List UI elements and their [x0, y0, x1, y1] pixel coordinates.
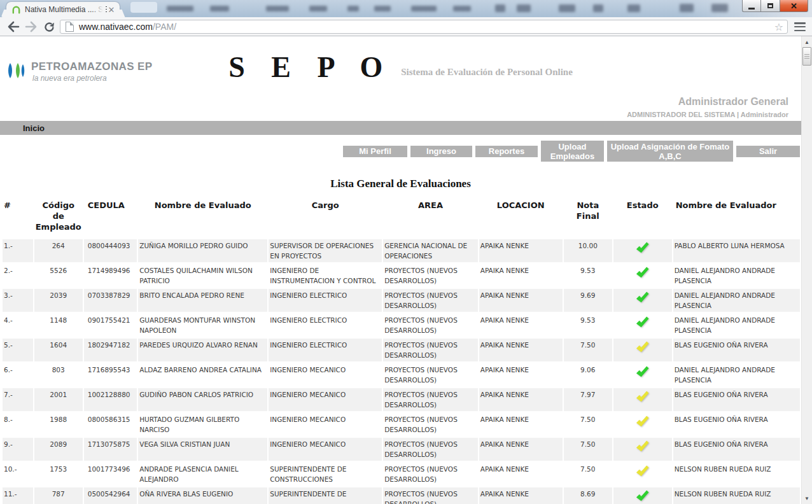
browser-menu-button[interactable]: [794, 22, 806, 32]
table-row: 5.-16041802947182PAREDES URQUIZO ALVARO …: [3, 339, 800, 361]
menu-button-ingreso[interactable]: Ingreso: [410, 146, 472, 157]
bookmark-star-icon[interactable]: ☆: [774, 21, 783, 33]
browser-window: Nativa Multimedia .... SEP ✕ ✕: [0, 0, 812, 504]
column-header-cargo: Cargo: [269, 199, 382, 237]
background-window-blur: [593, 4, 603, 12]
cell-cedula: 1802947182: [84, 339, 137, 361]
maximize-button[interactable]: [760, 0, 780, 12]
cell-codigo: 1753: [34, 463, 83, 486]
menu-button-upload-asignacion-formato[interactable]: Upload Asignación de Fomato A,B,C: [607, 141, 733, 162]
cell-num: 6.-: [3, 363, 33, 386]
cell-cargo: INGENIERO MECANICO: [269, 388, 382, 411]
cell-num: 9.-: [3, 438, 33, 461]
cell-area: PROYECTOS (NUEVOS DESARROLLOS): [383, 314, 478, 337]
scrollbar-down-arrow[interactable]: ▼: [802, 493, 812, 503]
cell-cargo: INGENIERO ELECTRICO: [269, 339, 382, 361]
cell-nombre: COSTALES QUILACHAMIN WILSON PATRICIO: [138, 264, 267, 287]
table-row: 4.-11480901755421GUARDERAS MONTUFAR WINS…: [3, 314, 800, 337]
reload-icon: [43, 21, 55, 33]
cell-evaluador: DANIEL ALEJANDRO ANDRADE PLASENCIA: [673, 314, 800, 337]
cell-cedula: 1002128880: [84, 388, 137, 411]
check-icon: [634, 266, 650, 279]
cell-area: PROYECTOS (NUEVOS DESARROLLOS): [383, 487, 478, 504]
column-header-estado: Estado: [613, 199, 672, 237]
background-window-blur: [495, 4, 505, 12]
page-scrollbar[interactable]: ▲ ▼: [801, 36, 812, 504]
table-row: 9.-20891713075875VEGA SILVA CRISTIAN JUA…: [3, 438, 800, 461]
column-header-evaluador: Nombre de Evaluador: [673, 199, 800, 237]
forward-button[interactable]: [23, 19, 39, 34]
cell-cargo: INGENIERO ELECTRICO: [269, 314, 382, 337]
reload-button[interactable]: [41, 19, 57, 34]
background-window-blur: [453, 6, 471, 11]
nav-inicio[interactable]: Inicio: [23, 123, 45, 133]
cell-nombre: HURTADO GUZMAN GILBERTO NARCISO: [138, 413, 267, 436]
cell-cargo: INGENIERO MECANICO: [269, 438, 382, 461]
user-role-subtitle: ADMINISTRADOR DEL SISTEMA | Administrado…: [627, 111, 788, 118]
cell-nota: 7.97: [564, 388, 612, 411]
table-row: 8.-19880800586315HURTADO GUZMAN GILBERTO…: [3, 413, 800, 436]
scrollbar-thumb[interactable]: [802, 47, 811, 66]
cell-cargo: INGENIERO ELECTRICO: [269, 289, 382, 312]
background-window-blur: [517, 4, 531, 12]
column-header-cedula: CEDULA: [84, 199, 137, 237]
cell-evaluador: NELSON RUBEN RUEDA RUIZ: [673, 463, 800, 486]
background-window-blur: [711, 4, 728, 12]
cell-codigo: 1148: [34, 314, 83, 337]
menu-button-salir[interactable]: Salir: [736, 146, 800, 157]
close-button[interactable]: ✕: [780, 0, 808, 12]
browser-toolbar: www.nativaec.com/PAM/ ☆: [0, 17, 812, 36]
cell-num: 11.-: [3, 487, 33, 504]
cell-cargo: INGENIERO DE INSTRUMENTACION Y CONTROL: [269, 264, 382, 287]
background-window-blur: [210, 6, 229, 11]
cell-locacion: APAIKA NENKE: [479, 487, 563, 504]
browser-tab[interactable]: Nativa Multimedia .... SEP ✕: [6, 2, 120, 17]
app-title: S E P O: [228, 53, 392, 82]
url-host: www.nativaec.com: [79, 22, 153, 32]
cell-estado: [613, 463, 672, 486]
user-role-title: Administrador General: [678, 96, 788, 108]
cell-estado: [613, 438, 672, 461]
cell-nombre: ANDRADE PLASENCIA DANIEL ALEJANDRO: [138, 463, 267, 486]
cell-cedula: 1001773496: [84, 463, 137, 486]
check-icon: [634, 291, 650, 304]
scrollbar-up-arrow[interactable]: ▲: [802, 37, 812, 47]
cell-cargo: SUPERVISOR DE OPERACIONES EN PROYECTOS: [269, 239, 382, 262]
cell-area: PROYECTOS (NUEVOS DESARROLLOS): [383, 363, 478, 386]
close-icon: ✕: [790, 2, 797, 10]
cell-evaluador: PABLO ALBERTO LUNA HERMOSA: [673, 239, 800, 262]
cell-estado: [613, 388, 672, 411]
cell-locacion: APAIKA NENKE: [479, 413, 563, 436]
cell-nombre: OÑA RIVERA BLAS EUGENIO: [138, 487, 267, 504]
cell-cedula: 1713075875: [84, 438, 137, 461]
menu-button-mi-perfil[interactable]: Mi Perfil: [343, 146, 407, 157]
cell-cargo: SUPERINTENDENTE DE: [269, 487, 382, 504]
petroamazonas-logo: PETROAMAZONAS EP la nueva era petrolera: [6, 60, 153, 83]
menu-button-reportes[interactable]: Reportes: [475, 146, 538, 157]
cell-estado: [613, 339, 672, 361]
cell-cedula: 1714989496: [84, 264, 137, 287]
cell-locacion: APAIKA NENKE: [479, 239, 563, 262]
cell-nota: 10.00: [564, 239, 612, 262]
logo-title: PETROAMAZONAS EP: [31, 60, 153, 73]
cell-area: PROYECTOS (NUEVOS DESARROLLOS): [383, 438, 478, 461]
cell-estado: [613, 239, 672, 262]
table-header-row: #Código de EmpleadoCEDULANombre de Evalu…: [3, 199, 800, 237]
check-icon: [634, 316, 650, 329]
tab-close-icon[interactable]: ✕: [107, 6, 116, 14]
menu-button-upload-empleados[interactable]: Upload Empleados: [541, 141, 604, 162]
cell-locacion: APAIKA NENKE: [479, 388, 563, 411]
cell-codigo: 2001: [34, 388, 83, 411]
cell-codigo: 1604: [34, 339, 83, 361]
address-bar[interactable]: www.nativaec.com/PAM/ ☆: [60, 20, 788, 34]
page-title: Lista General de Evaluaciones: [0, 178, 801, 190]
back-button[interactable]: [5, 19, 22, 34]
minimize-button[interactable]: [742, 0, 760, 12]
cell-locacion: APAIKA NENKE: [479, 314, 563, 337]
table-row: 3.-20390703387829BRITO ENCALADA PEDRO RE…: [3, 289, 800, 312]
cell-codigo: 2089: [34, 438, 83, 461]
cell-num: 3.-: [3, 289, 33, 312]
cell-locacion: APAIKA NENKE: [479, 363, 563, 386]
cell-evaluador: DANIEL ALEJANDRO ANDRADE PLASENCIA: [673, 264, 800, 287]
check-icon: [634, 365, 650, 379]
